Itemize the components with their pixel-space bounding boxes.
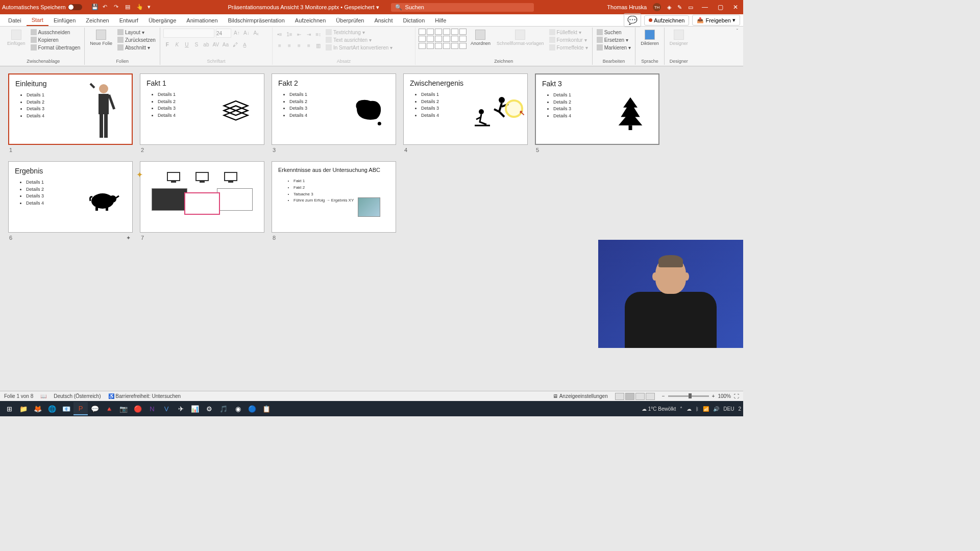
clear-format-icon[interactable]: Aᵪ [252,29,260,37]
increase-indent-button[interactable]: ⇥ [305,30,313,38]
taskbar-app[interactable]: 🔴 [131,402,145,415]
zoom-level[interactable]: 100% [718,393,731,399]
tray-chevron-icon[interactable]: ˄ [680,406,682,412]
columns-button[interactable]: ▥ [314,41,323,49]
autosave-toggle[interactable]: Automatisches Speichern [2,4,82,10]
start-button[interactable]: ⊞ [2,402,16,415]
save-icon[interactable]: 💾 [91,4,99,11]
weather-widget[interactable]: ☁ 1°C Bewölkt [642,406,676,412]
taskbar-app[interactable]: ◉ [231,402,245,415]
collapse-ribbon-button[interactable]: ˇ [733,28,741,35]
taskbar-app[interactable]: 📋 [259,402,274,415]
taskbar-outlook[interactable]: 📧 [59,402,74,415]
shadow-button[interactable]: ab [202,40,210,48]
toggle-switch-icon[interactable] [68,4,82,10]
bullets-button[interactable]: •≡ [276,30,284,38]
taskbar-vlc[interactable]: 🔺 [102,402,116,415]
taskbar-app[interactable]: ⚙ [202,402,216,415]
language-button[interactable]: Deutsch (Österreich) [54,393,101,399]
new-slide-button[interactable]: Neue Folie [88,29,114,47]
font-color-button[interactable]: A̲ [241,40,249,48]
replace-button[interactable]: Ersetzen ▾ [596,36,632,43]
tray-volume-icon[interactable]: 🔊 [713,406,719,412]
redo-icon[interactable]: ↷ [114,4,121,11]
layout-button[interactable]: Layout ▾ [116,29,157,36]
normal-view-button[interactable] [615,393,624,400]
justify-button[interactable]: ≡ [305,41,313,49]
strike-button[interactable]: S [192,40,201,48]
format-painter-button[interactable]: Format übertragen [30,44,82,51]
taskbar-app[interactable]: 🎵 [216,402,231,415]
paste-button[interactable]: Einfügen [5,29,28,47]
diamond-icon[interactable]: ◈ [667,4,671,11]
tab-start[interactable]: Start [27,15,48,26]
taskbar-app[interactable]: 🔵 [245,402,259,415]
tab-einfuegen[interactable]: Einfügen [48,15,81,26]
zoom-in-button[interactable]: + [712,393,715,399]
sorter-view-button[interactable] [625,393,634,400]
highlight-button[interactable]: 🖍 [231,40,239,48]
taskbar-app[interactable]: V [159,402,174,415]
tray-language[interactable]: DEU [723,406,734,412]
maximize-button[interactable]: ▢ [715,3,726,11]
dictate-button[interactable]: Diktieren [639,29,661,47]
slide-thumbnail-6[interactable]: Ergebnis Details 1Details 2Details 3Deta… [8,161,133,233]
ribbon-options-icon[interactable]: ▭ [688,4,693,11]
line-spacing-button[interactable]: ≡↕ [314,30,323,38]
numbering-button[interactable]: 1≡ [285,30,293,38]
taskbar-app[interactable]: 📊 [188,402,202,415]
italic-button[interactable]: K [173,40,181,48]
bold-button[interactable]: F [163,40,172,48]
taskbar-firefox[interactable]: 🦊 [31,402,45,415]
tab-hilfe[interactable]: Hilfe [430,15,451,26]
case-button[interactable]: Aa [222,40,230,48]
tray-wifi-icon[interactable]: 📶 [703,406,709,412]
tab-entwurf[interactable]: Entwurf [114,15,143,26]
zoom-out-button[interactable]: − [662,393,665,399]
copy-button[interactable]: Kopieren [30,36,82,43]
tray-clock[interactable]: 2 [738,406,741,412]
tab-zeichnen[interactable]: Zeichnen [81,15,114,26]
slide-thumbnail-2[interactable]: Fakt 1 Details 1Details 2Details 3Detail… [140,73,264,145]
shapes-gallery[interactable] [419,29,467,49]
tab-uebergaenge[interactable]: Übergänge [143,15,181,26]
slide-thumbnail-3[interactable]: Fakt 2 Details 1Details 2Details 3Detail… [272,73,396,145]
tray-bluetooth-icon[interactable]: ᛒ [696,406,699,412]
aufzeichnen-button[interactable]: Aufzeichnen [644,15,690,26]
text-direction-button[interactable]: Textrichtung ▾ [325,29,394,36]
align-right-button[interactable]: ≡ [295,41,303,49]
comments-button[interactable]: 💬 [624,13,641,27]
find-button[interactable]: Suchen [596,29,632,36]
taskbar-onenote[interactable]: N [145,402,159,415]
tab-datei[interactable]: Datei [3,15,27,26]
tray-onedrive-icon[interactable]: ☁ [687,406,692,412]
decrease-font-icon[interactable]: A↓ [242,29,251,37]
user-name[interactable]: Thomas Hruska [607,4,647,10]
reading-view-button[interactable] [635,393,645,400]
freigeben-button[interactable]: 📤Freigeben ▾ [692,15,740,26]
accessibility-button[interactable]: ♿ Barrierefreiheit: Untersuchen [108,393,181,399]
font-size-combo[interactable] [216,29,231,38]
taskbar-explorer[interactable]: 📁 [16,402,31,415]
taskbar-chrome[interactable]: 🌐 [45,402,59,415]
pen-icon[interactable]: ✎ [677,4,682,11]
minimize-button[interactable]: — [699,3,710,11]
tab-aufzeichnen[interactable]: Aufzeichnen [290,15,331,26]
arrange-button[interactable]: Anordnen [469,29,493,47]
zoom-slider[interactable] [668,395,709,397]
section-button[interactable]: Abschnitt ▾ [116,44,157,51]
user-avatar[interactable]: TH [653,3,661,11]
slide-thumbnail-5[interactable]: Fakt 3 Details 1Details 2Details 3Detail… [535,73,659,145]
shape-fill-button[interactable]: Fülleffekt ▾ [548,29,589,36]
fit-window-button[interactable]: ⛶ [734,393,739,399]
decrease-indent-button[interactable]: ⇤ [295,30,303,38]
slide-thumbnail-4[interactable]: Zwischenergenis Details 1Details 2Detail… [403,73,528,145]
undo-icon[interactable]: ↶ [103,4,110,11]
quick-styles-button[interactable]: Schnellformat-vorlagen [495,29,546,47]
slideshow-view-button[interactable] [646,393,655,400]
search-box[interactable]: 🔍 Suchen [391,3,534,12]
slide-thumbnail-7[interactable]: ✦ [140,161,264,233]
cut-button[interactable]: Ausschneiden [30,29,82,36]
tab-animationen[interactable]: Animationen [181,15,223,26]
slide-thumbnail-8[interactable]: Erkenntnisse aus der Untersuchung ABC Fa… [272,161,396,233]
